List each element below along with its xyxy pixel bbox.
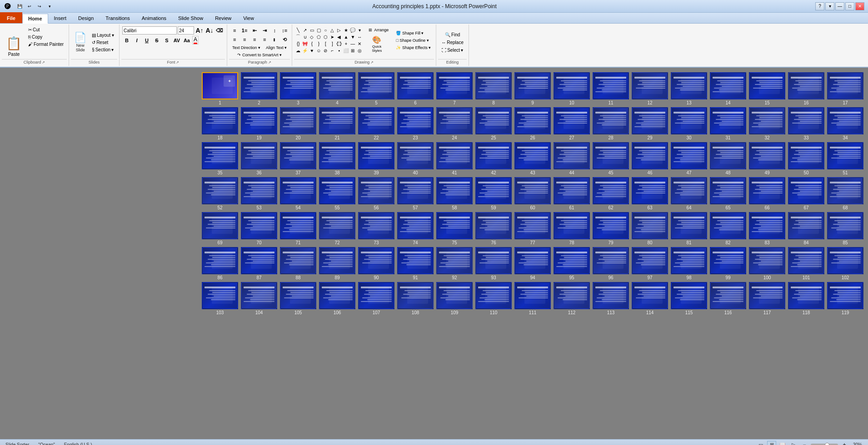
section-button[interactable]: § Section ▾ — [90, 46, 116, 53]
slide-thumb[interactable]: ✦1 — [202, 72, 238, 105]
shape-cylinder[interactable]: ⌐ — [329, 47, 335, 54]
slide-thumb[interactable]: 67 — [788, 177, 824, 210]
normal-view-btn[interactable]: ▭ — [756, 441, 765, 445]
slide-thumb[interactable]: 47 — [671, 142, 707, 175]
slide-thumb[interactable]: 93 — [475, 247, 512, 280]
tab-view[interactable]: View — [237, 13, 260, 23]
slide-thumb[interactable]: 18 — [202, 107, 238, 140]
justify-btn[interactable]: ≡ — [260, 35, 269, 44]
tab-file[interactable]: File — [0, 12, 22, 23]
slide-thumb[interactable]: 35 — [202, 142, 238, 175]
slide-thumb[interactable]: 70 — [241, 212, 277, 245]
reset-button[interactable]: ↺ Reset — [90, 39, 116, 46]
font-size-input[interactable] — [178, 26, 194, 35]
shape-block-arrow-l[interactable]: ◀ — [336, 34, 342, 40]
slide-thumb[interactable]: 74 — [397, 212, 434, 245]
slide-thumb[interactable]: 107 — [358, 282, 394, 315]
redo-quick-btn[interactable]: ↪ — [35, 3, 44, 10]
slide-thumb[interactable]: 15 — [749, 72, 785, 105]
slide-thumb[interactable]: 71 — [280, 212, 316, 245]
slide-thumb[interactable]: 106 — [319, 282, 355, 315]
slide-thumb[interactable]: 83 — [749, 212, 785, 245]
zoom-out-btn[interactable]: − — [800, 441, 809, 445]
slide-thumb[interactable]: 69 — [202, 212, 238, 245]
slide-thumb[interactable]: 55 — [319, 177, 355, 210]
text-dir-btn[interactable]: ⟲ — [280, 35, 289, 44]
slide-thumb[interactable]: 19 — [241, 107, 277, 140]
slide-thumb[interactable]: 85 — [827, 212, 863, 245]
shape-rtarrow[interactable]: ▷ — [336, 27, 342, 33]
increase-indent-btn[interactable]: ⇥ — [260, 26, 269, 35]
shape-cube[interactable]: ▪ — [336, 47, 342, 54]
slide-thumb[interactable]: 21 — [319, 107, 355, 140]
slide-thumb[interactable]: 102 — [827, 247, 863, 280]
slide-thumb[interactable]: 113 — [593, 282, 629, 315]
slide-thumb[interactable]: 10 — [554, 72, 590, 105]
slide-thumb[interactable]: 94 — [514, 247, 551, 280]
find-button[interactable]: 🔍 Find — [443, 31, 462, 38]
slide-thumb[interactable]: 41 — [436, 142, 473, 175]
clear-format-btn[interactable]: ⌫ — [215, 26, 224, 35]
cut-button[interactable]: ✂ Cut — [26, 26, 66, 33]
slide-thumb[interactable]: 26 — [514, 107, 551, 140]
customize-quick-btn[interactable]: ▾ — [45, 3, 54, 10]
slide-thumb[interactable]: 114 — [632, 282, 668, 315]
increase-font-btn[interactable]: A↑ — [195, 26, 204, 35]
slide-thumb[interactable]: 109 — [436, 282, 473, 315]
numbering-btn[interactable]: 1≡ — [240, 26, 249, 35]
slide-thumb[interactable]: 58 — [436, 177, 473, 210]
bullets-btn[interactable]: ≡ — [230, 26, 239, 35]
slide-thumb[interactable]: 46 — [632, 142, 668, 175]
slide-thumb[interactable]: 9 — [514, 72, 551, 105]
shape-block-arrow-r[interactable]: ➤ — [329, 34, 335, 40]
shape-cloud[interactable]: ☁ — [295, 47, 301, 54]
slide-thumb[interactable]: 81 — [671, 212, 707, 245]
change-case-btn[interactable]: Aa — [182, 36, 191, 44]
slide-thumb[interactable]: 2 — [241, 72, 277, 105]
shape-outline-button[interactable]: □ Shape Outline ▾ — [394, 37, 433, 44]
align-right-btn[interactable]: ≡ — [250, 35, 259, 44]
slide-thumb[interactable]: 13 — [671, 72, 707, 105]
slide-thumb[interactable]: 7 — [436, 72, 473, 105]
shape-donut[interactable]: ◎ — [356, 47, 363, 54]
slide-thumb[interactable]: 28 — [593, 107, 629, 140]
slide-thumb[interactable]: 3 — [280, 72, 316, 105]
slide-thumb[interactable]: 95 — [554, 247, 590, 280]
slide-thumb[interactable]: 65 — [710, 177, 746, 210]
slide-thumb[interactable]: 90 — [358, 247, 394, 280]
shape-tri[interactable]: △ — [329, 27, 335, 33]
ribbon-collapse-btn[interactable]: ▾ — [825, 2, 834, 10]
font-name-input[interactable] — [122, 26, 177, 35]
slide-thumb[interactable]: 119 — [827, 282, 863, 315]
slide-thumb[interactable]: 38 — [319, 142, 355, 175]
slide-thumb[interactable]: 84 — [788, 212, 824, 245]
tab-home[interactable]: Home — [22, 14, 48, 24]
decrease-font-btn[interactable]: A↓ — [205, 26, 214, 35]
tab-slideshow[interactable]: Slide Show — [172, 13, 209, 23]
shape-oval[interactable]: ○ — [322, 27, 329, 33]
slide-thumb[interactable]: 108 — [397, 282, 434, 315]
zoom-in-btn[interactable]: + — [840, 441, 849, 445]
slide-thumb[interactable]: 82 — [710, 212, 746, 245]
slide-thumb[interactable]: 110 — [475, 282, 512, 315]
slide-thumb[interactable]: 52 — [202, 177, 238, 210]
slide-thumb[interactable]: 27 — [554, 107, 590, 140]
shape-arc[interactable]: ⌒ — [295, 34, 301, 40]
para-expand-icon[interactable]: ↗ — [268, 60, 271, 64]
slide-thumb[interactable]: 116 — [710, 282, 746, 315]
tab-insert[interactable]: Insert — [48, 13, 73, 23]
shape-rect[interactable]: ▭ — [309, 27, 315, 33]
slide-thumb[interactable]: 91 — [397, 247, 434, 280]
slide-thumb[interactable]: 105 — [280, 282, 316, 315]
arrange-button[interactable]: ⊞ Arrange — [365, 26, 392, 34]
font-expand-icon[interactable]: ↗ — [176, 60, 179, 64]
slide-thumb[interactable]: 45 — [593, 142, 629, 175]
slide-thumb[interactable]: 115 — [671, 282, 707, 315]
shape-bracket-l[interactable]: [ — [322, 40, 329, 47]
slide-thumb[interactable]: 24 — [436, 107, 473, 140]
tab-design[interactable]: Design — [72, 13, 100, 23]
slide-thumb[interactable]: 117 — [749, 282, 785, 315]
slide-thumb[interactable]: 40 — [397, 142, 434, 175]
maximize-btn[interactable]: □ — [845, 2, 854, 10]
slide-thumb[interactable]: 112 — [554, 282, 590, 315]
